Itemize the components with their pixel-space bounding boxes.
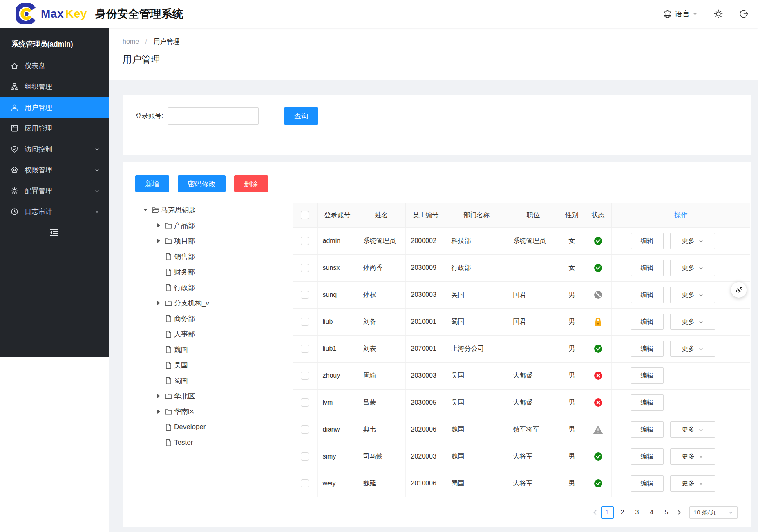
sidebar-item-access[interactable]: 访问控制 — [0, 139, 109, 160]
cell-status — [585, 443, 611, 470]
sidebar-item-dashboard[interactable]: 仪表盘 — [0, 56, 109, 76]
tree-node[interactable]: 财务部 — [123, 264, 279, 280]
tree-node[interactable]: 华北区 — [123, 388, 279, 404]
more-button[interactable]: 更多 — [670, 475, 715, 492]
tree-node[interactable]: 行政部 — [123, 280, 279, 295]
more-button[interactable]: 更多 — [670, 314, 715, 330]
row-checkbox[interactable] — [301, 372, 309, 380]
tree-node[interactable]: Tester — [123, 435, 279, 450]
table-row: admin 系统管理员 2000002 科技部 系统管理员 女 编辑 更多 — [293, 227, 750, 254]
table-area: 登录账号姓名员工编号部门名称职位性别状态操作 admin 系统管理员 20000… — [279, 200, 751, 527]
caret-right-icon[interactable] — [152, 394, 165, 398]
row-checkbox[interactable] — [301, 345, 309, 353]
caret-right-icon[interactable] — [152, 410, 165, 414]
tree-node[interactable]: 销售部 — [123, 249, 279, 264]
edit-button[interactable]: 编辑 — [631, 367, 664, 384]
sidebar-item-config[interactable]: 配置管理 — [0, 180, 109, 201]
tree-node[interactable]: 蜀国 — [123, 373, 279, 388]
delete-button[interactable]: 删除 — [234, 175, 268, 192]
more-button[interactable]: 更多 — [670, 233, 715, 249]
tree-node[interactable]: 魏国 — [123, 342, 279, 357]
page-1[interactable]: 1 — [601, 506, 614, 519]
cell-account: sunsx — [317, 254, 358, 281]
row-checkbox[interactable] — [301, 237, 309, 245]
page-4[interactable]: 4 — [646, 506, 658, 519]
tree-node[interactable]: 人事部 — [123, 326, 279, 342]
caret-right-icon[interactable] — [152, 223, 165, 227]
edit-button[interactable]: 编辑 — [631, 421, 664, 438]
edit-button[interactable]: 编辑 — [631, 394, 664, 411]
edit-button[interactable]: 编辑 — [631, 475, 664, 492]
add-button[interactable]: 新增 — [135, 175, 169, 192]
file-icon — [165, 377, 172, 385]
breadcrumb-home[interactable]: home — [123, 38, 139, 45]
row-checkbox[interactable] — [301, 479, 309, 487]
page-3[interactable]: 3 — [631, 506, 643, 519]
sidebar-item-user[interactable]: 用户管理 — [0, 97, 109, 118]
cell-status — [585, 416, 611, 443]
edit-button[interactable]: 编辑 — [631, 314, 664, 330]
tree-node[interactable]: 分支机构_v — [123, 295, 279, 311]
edit-button[interactable]: 编辑 — [631, 287, 664, 303]
sidebar-item-app[interactable]: 应用管理 — [0, 118, 109, 139]
page-2[interactable]: 2 — [616, 506, 628, 519]
query-button[interactable]: 查询 — [284, 107, 318, 125]
more-button[interactable]: 更多 — [670, 421, 715, 438]
magic-wand-button[interactable] — [731, 282, 747, 298]
row-checkbox[interactable] — [301, 452, 309, 461]
tree-node[interactable]: 项目部 — [123, 233, 279, 249]
table-row: liub 刘备 2010001 蜀国 国君 男 编辑 更多 — [293, 308, 750, 335]
account-input[interactable] — [168, 107, 259, 125]
more-button[interactable]: 更多 — [670, 341, 715, 357]
cell-department: 蜀国 — [446, 470, 508, 497]
folder-icon — [165, 392, 172, 400]
folder-icon — [165, 237, 172, 245]
change-password-button[interactable]: 密码修改 — [178, 175, 226, 192]
row-checkbox[interactable] — [301, 425, 309, 434]
sidebar-item-permission[interactable]: 权限管理 — [0, 160, 109, 180]
cell-account: liub — [317, 308, 358, 335]
tree-node[interactable]: 马克思钥匙 — [123, 202, 279, 218]
settings-gear-icon[interactable] — [713, 9, 724, 19]
tree-node[interactable]: Developer — [123, 419, 279, 435]
tree-node[interactable]: 产品部 — [123, 218, 279, 233]
tree-node[interactable]: 吴国 — [123, 357, 279, 373]
column-header: 操作 — [611, 203, 750, 227]
menu-fold-icon[interactable] — [49, 229, 59, 236]
prev-page-icon[interactable] — [590, 506, 600, 519]
select-all-checkbox[interactable] — [301, 211, 309, 219]
page-5[interactable]: 5 — [660, 506, 673, 519]
edit-button[interactable]: 编辑 — [631, 233, 664, 249]
edit-button[interactable]: 编辑 — [631, 341, 664, 357]
more-button[interactable]: 更多 — [670, 260, 715, 276]
status-inactive-icon — [594, 371, 603, 380]
next-page-icon[interactable] — [674, 506, 684, 519]
cell-position: 大将军 — [508, 443, 559, 470]
more-button[interactable]: 更多 — [670, 448, 715, 465]
cell-name: 魏延 — [358, 470, 405, 497]
sidebar-item-org[interactable]: 组织管理 — [0, 76, 109, 97]
more-button[interactable]: 更多 — [670, 287, 715, 303]
caret-down-icon[interactable] — [139, 209, 152, 211]
caret-right-icon[interactable] — [152, 301, 165, 305]
sidebar-item-audit[interactable]: 日志审计 — [0, 201, 109, 222]
language-menu[interactable]: 语言 — [663, 9, 698, 19]
app-icon — [11, 125, 18, 132]
logout-icon[interactable] — [739, 9, 749, 19]
column-header: 姓名 — [358, 203, 405, 227]
row-checkbox[interactable] — [301, 398, 309, 407]
breadcrumb-current: 用户管理 — [153, 38, 179, 45]
status-active-icon — [594, 344, 603, 353]
cell-account: lvm — [317, 389, 358, 416]
search-card: 登录账号: 查询 — [123, 95, 751, 155]
row-checkbox[interactable] — [301, 264, 309, 272]
page-size-select[interactable]: 10 条/页 — [689, 506, 738, 519]
caret-right-icon[interactable] — [152, 239, 165, 243]
edit-button[interactable]: 编辑 — [631, 260, 664, 276]
tree-node[interactable]: 华南区 — [123, 404, 279, 419]
table-row: lvm 吕蒙 2030005 吴国 大都督 男 编辑 — [293, 389, 750, 416]
edit-button[interactable]: 编辑 — [631, 448, 664, 465]
row-checkbox[interactable] — [301, 318, 309, 326]
row-checkbox[interactable] — [301, 291, 309, 299]
tree-node[interactable]: 商务部 — [123, 311, 279, 326]
